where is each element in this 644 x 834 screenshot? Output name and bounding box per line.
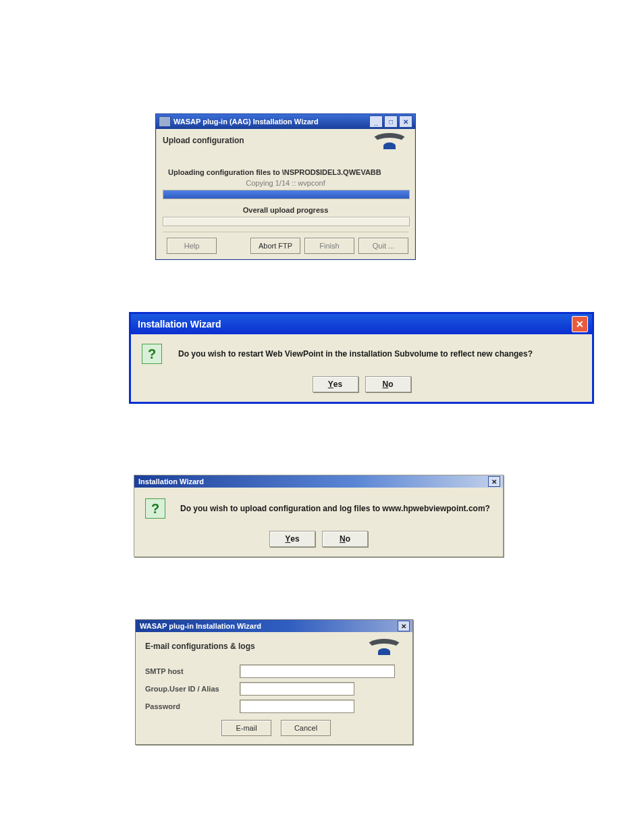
yes-button[interactable]: Yes (313, 376, 358, 392)
window-title: WASAP plug-in (AAG) Installation Wizard (173, 118, 319, 126)
email-button[interactable]: E-mail (221, 720, 271, 736)
maximize-icon: □ (389, 118, 393, 126)
section-title: Upload configuration (163, 136, 244, 145)
close-icon: ✕ (401, 623, 406, 630)
no-button[interactable]: No (322, 531, 368, 547)
question-icon: ? (142, 344, 162, 364)
title-bar: WASAP plug-in Installation Wizard ✕ (136, 620, 412, 632)
question-icon: ? (145, 498, 165, 519)
upload-config-dialog: WASAP plug-in (AAG) Installation Wizard … (155, 113, 416, 260)
restart-confirm-dialog: Installation Wizard ✕ ? Do you wish to r… (130, 313, 593, 403)
abort-ftp-button[interactable]: Abort FTP (250, 238, 300, 254)
yes-button[interactable]: Yes (269, 531, 315, 547)
window-title: Installation Wizard (138, 477, 204, 486)
upload-target-text: Uploading configuration files to \NSPROD… (163, 168, 408, 176)
copying-status: Copying 1/14 :: wvpconf (163, 179, 408, 187)
file-progress-bar (163, 190, 410, 199)
title-bar: Installation Wizard ✕ (131, 314, 592, 334)
dialog-body: ? Do you wish to restart Web ViewPoint i… (131, 334, 592, 402)
smtp-host-label: SMTP host (145, 667, 240, 675)
message-text: Do you wish to restart Web ViewPoint in … (178, 349, 533, 359)
dialog-body: ? Do you wish to upload configuration an… (134, 488, 503, 556)
dialog-body: Upload configuration Uploading configura… (156, 129, 415, 259)
title-bar: WASAP plug-in (AAG) Installation Wizard … (156, 114, 415, 129)
finish-button: Finish (304, 238, 354, 254)
password-label: Password (145, 702, 240, 710)
help-button[interactable]: Help (167, 238, 217, 254)
user-id-label: Group.User ID / Alias (145, 685, 240, 693)
minimize-icon: _ (374, 118, 378, 126)
title-bar: Installation Wizard ✕ (134, 475, 503, 488)
smtp-host-input[interactable] (240, 664, 395, 678)
user-id-input[interactable] (240, 682, 354, 696)
overall-progress-label: Overall upload progress (163, 206, 408, 214)
cancel-button[interactable]: Cancel (281, 720, 331, 736)
close-button[interactable]: ✕ (488, 476, 500, 487)
overall-progress-bar (163, 217, 410, 226)
close-button[interactable]: ✕ (399, 115, 412, 128)
app-icon (159, 116, 171, 127)
close-icon: ✕ (403, 118, 408, 126)
message-text: Do you wish to upload configuration and … (180, 504, 490, 513)
quit-button[interactable]: Quit ... (358, 238, 408, 254)
window-title: Installation Wizard (138, 319, 221, 330)
email-config-dialog: WASAP plug-in Installation Wizard ✕ E-ma… (135, 619, 413, 745)
section-title: E-mail configurations & logs (145, 642, 255, 651)
close-button[interactable]: ✕ (398, 621, 410, 631)
dialog-body: E-mail configurations & logs SMTP host G… (136, 632, 412, 744)
maximize-button[interactable]: □ (384, 115, 398, 128)
window-title: WASAP plug-in Installation Wizard (140, 622, 261, 630)
upload-logs-confirm-dialog: Installation Wizard ✕ ? Do you wish to u… (134, 475, 504, 557)
no-button[interactable]: No (365, 376, 411, 392)
eye-logo-icon (365, 639, 403, 654)
close-icon: ✕ (491, 478, 497, 486)
eye-logo-icon (371, 133, 408, 148)
close-icon: ✕ (576, 319, 584, 330)
password-input[interactable] (240, 700, 354, 713)
minimize-button[interactable]: _ (369, 115, 383, 128)
document-page: WASAP plug-in (AAG) Installation Wizard … (0, 0, 644, 834)
close-button[interactable]: ✕ (572, 316, 588, 332)
